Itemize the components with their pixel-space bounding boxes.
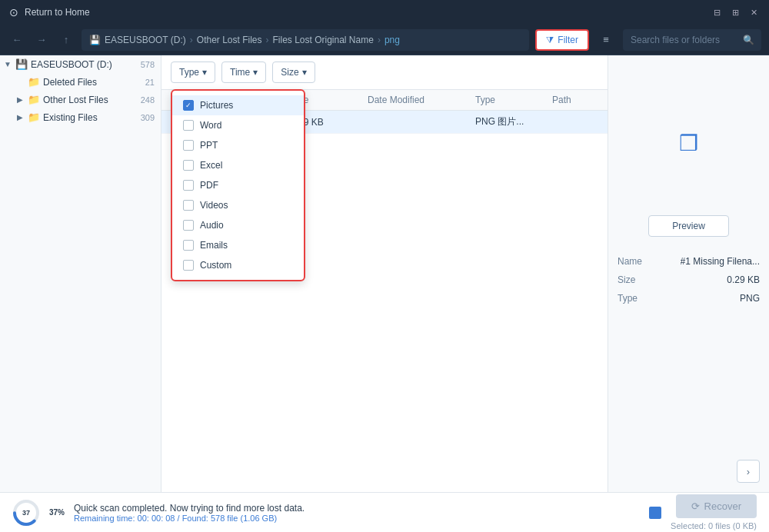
checkbox-0[interactable]: ✓	[183, 100, 194, 111]
dropdown-item-0[interactable]: ✓ Pictures	[172, 95, 304, 115]
breadcrumb-item-0[interactable]: EASEUSBOOT (D:)	[105, 35, 186, 45]
app-icon: ⊙	[9, 6, 18, 18]
drive-icon: 💾	[15, 58, 28, 70]
dropdown-label-8: Custom	[200, 260, 231, 271]
recover-icon: ⟳	[691, 500, 700, 512]
expand-icon-2: ▶	[15, 95, 25, 105]
tree-count-1: 21	[145, 78, 155, 87]
breadcrumb-item-2[interactable]: Files Lost Original Name	[273, 35, 374, 45]
meta-type-value: PNG	[740, 293, 760, 304]
dropdown-item-2[interactable]: PPT	[172, 135, 304, 155]
close-icon[interactable]: ✕	[747, 6, 760, 18]
filter-icon: ⧩	[546, 35, 554, 45]
next-button[interactable]: ›	[737, 460, 760, 483]
expand-icon-1	[15, 78, 25, 87]
type-dropdown: ✓ Pictures Word PPT Excel PDF	[171, 89, 305, 281]
meta-type-row: Type PNG	[618, 289, 760, 308]
center-panel: Type ▾ Time ▾ Size ▾ ✓ Pictures Word	[161, 55, 608, 492]
dropdown-item-4[interactable]: PDF	[172, 175, 304, 195]
dropdown-label-0: Pictures	[200, 100, 233, 111]
stop-button[interactable]	[649, 507, 661, 519]
dropdown-label-4: PDF	[200, 180, 218, 191]
checkbox-5[interactable]	[183, 200, 194, 211]
checkbox-8[interactable]	[183, 260, 194, 271]
selected-info: Selected: 0 files (0 KB)	[671, 521, 757, 530]
tree-item-1[interactable]: 📁 Deleted Files 21	[0, 73, 161, 91]
breadcrumb-item-3[interactable]: png	[384, 35, 400, 45]
type-filter-label: Type	[179, 67, 199, 78]
dropdown-item-8[interactable]: Custom	[172, 255, 304, 275]
tree-label-3: Existing Files	[43, 112, 138, 123]
search-box[interactable]: 🔍	[623, 29, 761, 51]
dropdown-item-3[interactable]: Excel	[172, 155, 304, 175]
dropdown-item-6[interactable]: Audio	[172, 215, 304, 235]
checkbox-4[interactable]	[183, 180, 194, 191]
filter-bar: Type ▾ Time ▾ Size ▾ ✓ Pictures Word	[161, 55, 608, 90]
tree-item-0[interactable]: ▼ 💾 EASEUSBOOT (D:) 578	[0, 55, 161, 73]
checkbox-1[interactable]	[183, 120, 194, 131]
search-input[interactable]	[631, 35, 738, 45]
breadcrumb-icon: 💾	[89, 35, 101, 45]
progress-display: 37%	[49, 508, 65, 517]
tree-label-0: EASEUSBOOT (D:)	[31, 59, 138, 70]
checkbox-3[interactable]	[183, 160, 194, 171]
dropdown-label-6: Audio	[200, 220, 224, 231]
menu-button[interactable]: ≡	[595, 29, 617, 51]
checkbox-7[interactable]	[183, 240, 194, 251]
row-type: PNG 图片...	[469, 115, 546, 128]
tree-label-2: Other Lost Files	[43, 95, 138, 105]
recover-label: Recover	[704, 500, 741, 512]
forward-button[interactable]: →	[32, 31, 51, 49]
title-bar: ⊙ Return to Home ⊟ ⊞ ✕	[0, 0, 769, 25]
meta-type-label: Type	[618, 293, 638, 304]
file-meta: Name #1 Missing Filena... Size 0.29 KB T…	[618, 252, 760, 308]
bottom-bar: 37 37% Quick scan completed. Now trying …	[0, 492, 769, 532]
dropdown-item-7[interactable]: Emails	[172, 235, 304, 255]
dropdown-item-1[interactable]: Word	[172, 115, 304, 135]
time-dropdown-arrow: ▾	[253, 67, 258, 78]
tree-count-3: 309	[141, 113, 155, 122]
filter-button[interactable]: ⧩ Filter	[535, 29, 589, 51]
back-button[interactable]: ←	[8, 31, 26, 49]
folder-icon-3: 📁	[28, 111, 40, 123]
window-controls: ⊟ ⊞ ✕	[711, 6, 760, 18]
dropdown-item-5[interactable]: Videos	[172, 195, 304, 215]
size-dropdown-arrow: ▾	[302, 67, 307, 78]
square-icon[interactable]: ⊟	[711, 6, 723, 18]
time-filter-button[interactable]: Time ▾	[221, 62, 266, 83]
restore-icon[interactable]: ⊞	[729, 6, 741, 18]
dropdown-label-2: PPT	[200, 140, 218, 151]
meta-name-row: Name #1 Missing Filena...	[618, 252, 760, 271]
tree-label-1: Deleted Files	[43, 77, 142, 88]
tree-count-0: 578	[141, 60, 155, 69]
meta-name-value: #1 Missing Filena...	[681, 256, 760, 267]
dropdown-label-3: Excel	[200, 160, 222, 171]
bottom-right: ⟳ Recover Selected: 0 files (0 KB)	[671, 494, 757, 530]
status-sub: Remaining time: 00: 00: 08 / Found: 578 …	[74, 514, 640, 523]
meta-name-label: Name	[618, 256, 642, 267]
checkbox-2[interactable]	[183, 140, 194, 151]
recover-button[interactable]: ⟳ Recover	[676, 494, 757, 518]
preview-placeholder-icon: ❒	[679, 131, 698, 156]
tree-item-2[interactable]: ▶ 📁 Other Lost Files 248	[0, 91, 161, 108]
folder-icon-2: 📁	[28, 94, 40, 105]
up-button[interactable]: ↑	[57, 31, 75, 49]
tree-item-3[interactable]: ▶ 📁 Existing Files 309	[0, 108, 161, 126]
dropdown-label-7: Emails	[200, 240, 228, 251]
status-text: Quick scan completed. Now trying to find…	[74, 503, 640, 523]
left-panel: ▼ 💾 EASEUSBOOT (D:) 578 📁 Deleted Files …	[0, 55, 161, 492]
checkbox-6[interactable]	[183, 220, 194, 231]
expand-icon-0: ▼	[3, 60, 12, 69]
header-type: Type	[469, 95, 546, 105]
toolbar: ← → ↑ 💾 EASEUSBOOT (D:) › Other Lost Fil…	[0, 25, 769, 55]
breadcrumb-item-1[interactable]: Other Lost Files	[197, 35, 262, 45]
size-filter-button[interactable]: Size ▾	[272, 62, 315, 83]
header-path: Path	[546, 95, 608, 105]
meta-size-label: Size	[618, 274, 635, 285]
size-filter-label: Size	[281, 67, 298, 78]
type-filter-button[interactable]: Type ▾	[171, 62, 215, 83]
app-title: Return to Home	[25, 7, 711, 18]
meta-size-value: 0.29 KB	[727, 274, 760, 285]
preview-button[interactable]: Preview	[648, 215, 729, 237]
tree-count-2: 248	[141, 95, 155, 105]
